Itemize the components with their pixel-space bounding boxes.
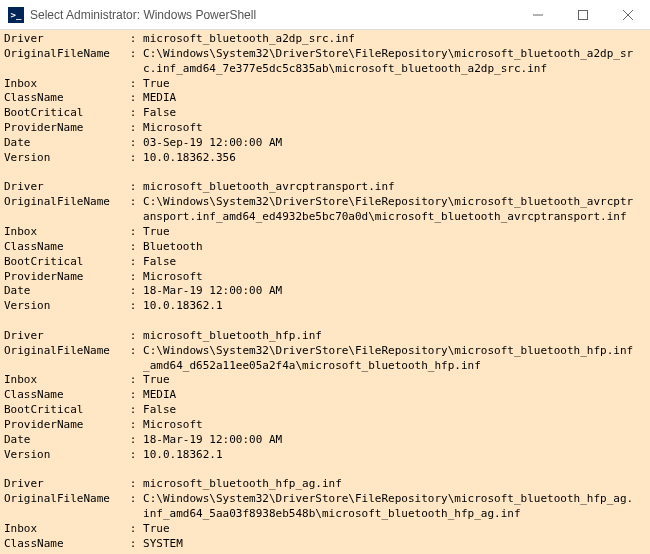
window-controls [515,0,650,30]
output-line: BootCritical : False [4,403,646,418]
output-line: ProviderName : Microsoft [4,121,646,136]
output-line: _amd64_d652a11ee05a2f4a\microsoft_blueto… [4,359,646,374]
output-line: Date : 18-Mar-19 12:00:00 AM [4,433,646,448]
output-line: Inbox : True [4,77,646,92]
output-line: BootCritical : False [4,255,646,270]
output-line: OriginalFileName : C:\Windows\System32\D… [4,47,646,62]
maximize-button[interactable] [560,0,605,30]
output-line: c.inf_amd64_7e377e5dc5c835ab\microsoft_b… [4,62,646,77]
console-output[interactable]: Driver : microsoft_bluetooth_a2dp_src.in… [0,30,650,554]
output-line: ClassName : SYSTEM [4,537,646,552]
output-line: Driver : microsoft_bluetooth_avrcptransp… [4,180,646,195]
output-line: ansport.inf_amd64_ed4932be5bc70a0d\micro… [4,210,646,225]
svg-rect-1 [578,10,587,19]
output-line: OriginalFileName : C:\Windows\System32\D… [4,492,646,507]
output-line: ProviderName : Microsoft [4,418,646,433]
close-button[interactable] [605,0,650,30]
output-line: ClassName : Bluetooth [4,240,646,255]
powershell-icon: >_ [8,7,24,23]
output-line: Version : 10.0.18362.356 [4,151,646,166]
output-line: Version : 10.0.18362.1 [4,448,646,463]
output-line: ClassName : MEDIA [4,388,646,403]
output-line: ClassName : MEDIA [4,91,646,106]
window-title: Select Administrator: Windows PowerShell [30,8,515,22]
blank-line [4,314,646,329]
output-line: OriginalFileName : C:\Windows\System32\D… [4,344,646,359]
titlebar[interactable]: >_ Select Administrator: Windows PowerSh… [0,0,650,30]
output-line: BootCritical : False [4,106,646,121]
selected-region: Driver : microsoft_bluetooth_a2dp_src.in… [0,30,650,554]
output-line: Driver : microsoft_bluetooth_a2dp_src.in… [4,32,646,47]
output-line: Version : 10.0.18362.1 [4,299,646,314]
output-line: Date : 18-Mar-19 12:00:00 AM [4,284,646,299]
blank-line [4,166,646,181]
output-line: Driver : microsoft_bluetooth_hfp_ag.inf [4,477,646,492]
output-line: inf_amd64_5aa03f8938eb548b\microsoft_blu… [4,507,646,522]
minimize-button[interactable] [515,0,560,30]
blank-line [4,462,646,477]
output-line: Inbox : True [4,522,646,537]
output-line: Inbox : True [4,225,646,240]
output-line: Date : 03-Sep-19 12:00:00 AM [4,136,646,151]
output-line: Driver : microsoft_bluetooth_hfp.inf [4,329,646,344]
output-line: OriginalFileName : C:\Windows\System32\D… [4,195,646,210]
output-line: Inbox : True [4,373,646,388]
output-line: ProviderName : Microsoft [4,270,646,285]
